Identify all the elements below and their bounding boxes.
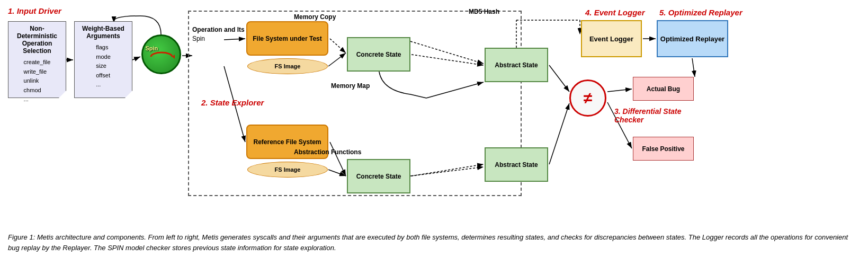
fs-ref-label: Reference File System [253,138,321,146]
svg-line-17 [549,103,569,164]
event-logger-label: Event Logger [589,35,633,43]
weight-title: Weight-Based Arguments [77,25,130,40]
state-explorer-label: 2. State Explorer [201,98,264,107]
actual-bug-box: Actual Bug [633,77,694,101]
event-logger-box: Event Logger [581,20,642,57]
weight-args-box: Weight-Based Arguments flags mode size o… [74,21,132,98]
optimized-replayer-label: Optimized Replayer [660,35,724,43]
abstract-state-top: Abstract State [485,48,548,82]
svg-line-16 [549,65,569,92]
non-det-item-1: create_file [24,58,51,67]
fs-image-ref-label: FS Image [275,166,301,173]
concrete-state-top: Concrete State [347,37,410,72]
non-det-item-2: write_file [24,67,51,77]
false-positive-box: False Positive [633,137,694,161]
fs-image-test: FS Image [247,58,328,74]
caption-text: Figure 1: Metis architecture and compone… [8,233,848,252]
fs-test-box: File System under Test [246,21,328,56]
abstraction-functions-label: Abstraction Functions [294,148,361,156]
not-equal-symbol: ≠ [584,89,592,107]
non-det-items: create_file write_file unlink chmod ... [24,58,51,104]
weight-item-5: ... [96,80,111,90]
spin-circle: Spin [141,34,181,74]
fs-image-ref: FS Image [247,162,328,178]
weight-item-2: mode [96,52,111,62]
input-driver-label: 1. Input Driver [8,6,61,15]
concrete-state-bottom: Concrete State [347,159,410,193]
non-det-selection-box: Non-Deterministic Operation Selection cr… [8,21,66,98]
fs-test-label: File System under Test [253,35,321,42]
concrete-state-bottom-label: Concrete State [356,173,401,180]
weight-item-3: size [96,61,111,71]
abstract-state-bottom-label: Abstract State [495,161,538,169]
non-det-item-4: chmod [24,86,51,95]
weight-item-1: flags [96,43,111,52]
optimized-replayer-section-label: 5. Optimized Replayer [659,8,742,17]
false-positive-label: False Positive [642,145,684,153]
svg-line-3 [132,57,140,60]
svg-marker-25 [172,55,175,59]
abstract-state-bottom: Abstract State [485,147,548,182]
weight-item-4: offset [96,71,111,81]
svg-line-24 [692,58,695,77]
non-det-item-3: unlink [24,76,51,86]
main-container: 1. Input Driver Non-Deterministic Operat… [0,0,868,257]
memory-map-label: Memory Map [331,82,370,90]
weight-items: flags mode size offset ... [96,43,111,90]
diagram-area: 1. Input Driver Non-Deterministic Operat… [8,5,860,228]
non-det-item-5: ... [24,95,51,104]
fs-image-test-label: FS Image [275,63,301,69]
actual-bug-label: Actual Bug [647,85,680,93]
figure-caption: Figure 1: Metis architecture and compone… [8,232,860,253]
diff-state-checker-label: 3. Differential State Checker [614,107,699,124]
svg-line-18 [607,89,632,92]
optimized-replayer-box: Optimized Replayer [657,20,728,57]
concrete-state-top-label: Concrete State [356,51,401,58]
abstract-state-top-label: Abstract State [495,61,538,69]
memory-copy-label: Memory Copy [294,13,336,21]
non-det-title: Non-Deterministic Operation Selection [11,25,64,55]
not-equal-circle: ≠ [569,80,606,117]
spin-label: Spin [146,45,177,64]
event-logger-section-label: 4. Event Logger [585,8,645,17]
md5-hash-label: MD5 Hash [469,8,499,15]
